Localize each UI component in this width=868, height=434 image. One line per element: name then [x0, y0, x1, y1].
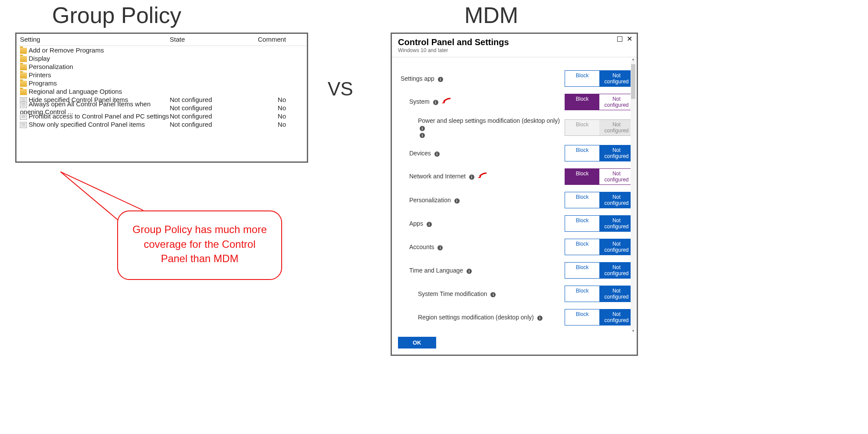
toggle-group: BlockNot configured [565, 309, 634, 326]
mdm-setting-label: Network and Internet i [401, 173, 565, 180]
mdm-setting-row: System Time modification iBlockNot confi… [401, 286, 634, 302]
gp-folder-row[interactable]: Personalization [16, 62, 307, 71]
toggle-notconfigured-button[interactable]: Not configured [599, 239, 634, 255]
maximize-icon[interactable] [617, 36, 622, 42]
info-icon[interactable]: i [433, 100, 438, 105]
gp-folder-label: Personalization [29, 63, 73, 70]
toggle-notconfigured-button[interactable]: Not configured [599, 145, 634, 161]
toggle-block-button[interactable]: Block [565, 169, 599, 184]
mdm-setting-row: Personalization iBlockNot configured [401, 192, 634, 208]
toggle-group: BlockNot configured [565, 215, 634, 232]
mdm-setting-row: Apps iBlockNot configured [401, 215, 634, 232]
toggle-block-button[interactable]: Block [565, 239, 599, 255]
group-policy-panel: Setting State Comment Add or Remove Prog… [15, 33, 308, 163]
gp-folder-label: Add or Remove Programs [29, 46, 104, 54]
toggle-group: BlockNot configured [565, 192, 634, 208]
toggle-notconfigured-button[interactable]: Not configured [599, 309, 634, 325]
toggle-notconfigured-button[interactable]: Not configured [599, 263, 634, 278]
info-icon[interactable]: i [434, 151, 440, 157]
toggle-group: BlockNot configured [565, 119, 634, 136]
callout-pointer-line [60, 171, 143, 211]
toggle-block-button[interactable]: Block [565, 286, 599, 302]
mdm-setting-label: Devices i [401, 150, 565, 157]
mdm-setting-label: Apps i [401, 220, 565, 227]
info-icon[interactable]: i [420, 126, 425, 131]
gp-col-state-header[interactable]: State [170, 36, 237, 43]
gp-col-comment-header[interactable]: Comment [237, 36, 303, 43]
gp-folder-row[interactable]: Add or Remove Programs [16, 46, 307, 54]
toggle-block-button[interactable]: Block [565, 94, 599, 110]
gp-folder-label: Display [29, 55, 50, 62]
toggle-notconfigured-button[interactable]: Not configured [599, 286, 634, 302]
gp-folder-label: Programs [29, 79, 57, 87]
mdm-setting-label: Time and Language i [401, 267, 565, 274]
ok-button[interactable]: OK [398, 337, 436, 349]
gp-folder-label: Printers [29, 71, 51, 79]
mdm-setting-row: Accounts iBlockNot configured [401, 239, 634, 255]
red-arrow-icon [441, 99, 450, 106]
info-icon[interactable]: i [438, 77, 443, 82]
gp-policy-row[interactable]: Prohibit access to Control Panel and PC … [16, 112, 307, 120]
info-icon[interactable]: i [469, 174, 474, 180]
info-icon[interactable]: i [437, 245, 443, 250]
mdm-setting-label: Region settings modification (desktop on… [401, 314, 565, 321]
toggle-block-button[interactable]: Block [565, 192, 599, 208]
mdm-panel: Control Panel and Settings Windows 10 an… [391, 33, 638, 356]
gp-policy-comment: No [237, 104, 303, 112]
toggle-notconfigured-button[interactable]: Not configured [599, 169, 634, 184]
folder-icon [20, 72, 27, 79]
mdm-setting-row: Network and Internet iBlockNot configure… [401, 168, 634, 185]
gp-folder-label: Regional and Language Options [29, 88, 122, 95]
gp-folder-row[interactable]: Regional and Language Options [16, 87, 307, 95]
toggle-notconfigured-button[interactable]: Not configured [599, 71, 634, 86]
gp-folder-row[interactable]: Programs [16, 79, 307, 87]
gp-policy-state: Not configured [170, 96, 237, 103]
gp-policy-row[interactable]: Show only specified Control Panel itemsN… [16, 120, 307, 128]
info-icon[interactable]: i [490, 292, 496, 297]
gp-folder-row[interactable]: Display [16, 54, 307, 62]
policy-icon [20, 102, 27, 108]
scroll-thumb[interactable] [631, 64, 635, 99]
toggle-notconfigured-button[interactable]: Not configured [599, 120, 634, 135]
toggle-block-button[interactable]: Block [565, 216, 599, 231]
toggle-block-button[interactable]: Block [565, 120, 599, 135]
info-icon[interactable]: i [427, 222, 432, 227]
info-icon[interactable]: i [454, 198, 460, 204]
scroll-down-icon[interactable]: ▼ [631, 329, 636, 332]
info-icon[interactable]: i [537, 316, 542, 321]
mdm-header: Control Panel and Settings Windows 10 an… [392, 34, 637, 57]
toggle-group: BlockNot configured [565, 239, 634, 255]
mdm-setting-label: System Time modification i [401, 290, 565, 297]
folder-icon [20, 81, 27, 87]
gp-policy-row[interactable]: Always open All Control Panel Items when… [16, 104, 307, 112]
close-icon[interactable]: ✕ [627, 36, 632, 42]
info-icon[interactable]: i [467, 269, 472, 274]
scroll-up-icon[interactable]: ▲ [631, 57, 636, 61]
toggle-notconfigured-button[interactable]: Not configured [599, 216, 634, 231]
info-icon[interactable]: i [420, 133, 425, 138]
title-group-policy: Group Policy [52, 2, 181, 28]
mdm-body: Settings app iBlockNot configuredSystem … [392, 57, 637, 332]
toggle-block-button[interactable]: Block [565, 309, 599, 325]
scroll-track[interactable] [631, 61, 636, 329]
gp-col-setting-header[interactable]: Setting [20, 36, 170, 43]
toggle-block-button[interactable]: Block [565, 263, 599, 278]
mdm-setting-row: Power and sleep settings modification (d… [401, 117, 634, 138]
toggle-block-button[interactable]: Block [565, 145, 599, 161]
mdm-setting-row: Devices iBlockNot configured [401, 145, 634, 161]
toggle-notconfigured-button[interactable]: Not configured [599, 192, 634, 208]
vs-label: VS [328, 78, 353, 100]
mdm-setting-row: Settings app iBlockNot configured [401, 70, 634, 87]
gp-policy-state: Not configured [170, 112, 237, 120]
red-arrow-icon [477, 174, 487, 181]
gp-policy-comment: No [237, 112, 303, 120]
mdm-scrollbar[interactable]: ▲ ▼ [631, 57, 636, 332]
gp-folder-row[interactable]: Printers [16, 71, 307, 79]
toggle-notconfigured-button[interactable]: Not configured [599, 94, 634, 110]
gp-column-headers: Setting State Comment [16, 34, 307, 46]
toggle-block-button[interactable]: Block [565, 71, 599, 86]
gp-policy-label: Show only specified Control Panel items [29, 121, 145, 128]
mdm-setting-row: Region settings modification (desktop on… [401, 309, 634, 326]
title-mdm: MDM [464, 2, 518, 28]
mdm-footer: OK [392, 332, 637, 355]
